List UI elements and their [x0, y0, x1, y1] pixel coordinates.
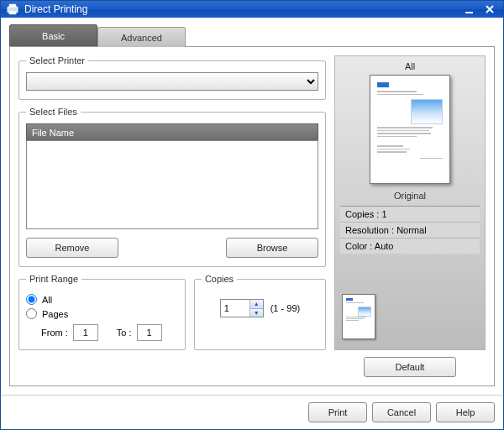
- copies-hint: (1 - 99): [270, 303, 300, 313]
- print-button[interactable]: Print: [308, 402, 367, 422]
- to-label: To :: [117, 328, 132, 338]
- select-printer-legend: Select Printer: [26, 55, 88, 66]
- help-button-label: Help: [456, 407, 475, 417]
- preview-title: All: [340, 61, 480, 71]
- cancel-button-label: Cancel: [387, 407, 416, 417]
- svg-rect-1: [9, 4, 16, 8]
- range-all-radio[interactable]: [26, 294, 37, 305]
- range-pages-label: Pages: [42, 309, 68, 319]
- group-select-printer: Select Printer: [18, 55, 326, 100]
- preview-resolution: Resolution : Normal: [340, 223, 480, 239]
- printer-dropdown[interactable]: [26, 72, 318, 91]
- tab-advanced[interactable]: Advanced: [97, 27, 186, 47]
- tab-body: Select Printer Select Files File Name Re…: [9, 46, 495, 386]
- select-files-legend: Select Files: [26, 107, 81, 117]
- to-input[interactable]: [137, 324, 162, 341]
- tab-advanced-label: Advanced: [121, 33, 162, 43]
- content: Basic Advanced Select Printer Select Fil…: [1, 18, 503, 395]
- copies-input[interactable]: [221, 300, 249, 317]
- svg-rect-2: [9, 11, 16, 14]
- dialog-button-bar: Print Cancel Help: [1, 395, 503, 429]
- group-copies: Copies ▲ ▼ (1 - 99): [194, 274, 326, 350]
- orientation-thumb: [342, 294, 375, 339]
- remove-button-label: Remove: [55, 243, 90, 253]
- browse-button-label: Browse: [257, 243, 288, 253]
- preview-meta: Copies : 1 Resolution : Normal Color : A…: [340, 206, 480, 254]
- help-button[interactable]: Help: [436, 402, 495, 422]
- copies-spin-down[interactable]: ▼: [250, 309, 263, 317]
- from-input[interactable]: [73, 324, 98, 341]
- range-pages-row[interactable]: Pages: [26, 308, 178, 319]
- files-column-header[interactable]: File Name: [26, 123, 318, 140]
- range-pages-radio[interactable]: [26, 308, 37, 319]
- preview-color: Color : Auto: [340, 239, 480, 254]
- copies-spin-up[interactable]: ▲: [250, 300, 263, 309]
- preview-caption: Original: [340, 191, 480, 201]
- from-label: From :: [41, 328, 68, 338]
- copies-legend: Copies: [202, 274, 237, 284]
- svg-rect-3: [465, 12, 473, 13]
- print-button-label: Print: [328, 407, 348, 417]
- window-title: Direct Printing: [24, 3, 458, 15]
- browse-button[interactable]: Browse: [226, 238, 318, 258]
- cancel-button[interactable]: Cancel: [372, 402, 431, 422]
- tab-basic[interactable]: Basic: [9, 24, 97, 46]
- range-all-label: All: [42, 295, 52, 305]
- preview-page-thumb: [370, 75, 450, 184]
- app-icon: [6, 3, 19, 16]
- remove-button[interactable]: Remove: [26, 238, 118, 258]
- group-print-range: Print Range All Pages From : To :: [18, 274, 186, 350]
- tabstrip: Basic Advanced: [9, 24, 495, 46]
- range-all-row[interactable]: All: [26, 294, 178, 305]
- titlebar: Direct Printing: [1, 1, 503, 18]
- copies-spinner[interactable]: ▲ ▼: [220, 299, 264, 317]
- files-list[interactable]: [26, 140, 318, 229]
- tab-basic-label: Basic: [42, 31, 65, 41]
- preview-copies: Copies : 1: [340, 207, 480, 223]
- minimize-button[interactable]: [461, 2, 478, 17]
- group-select-files: Select Files File Name Remove Browse: [18, 107, 326, 267]
- default-button-label: Default: [396, 362, 425, 372]
- print-range-legend: Print Range: [26, 274, 81, 284]
- window: Direct Printing Basic Advanced Select Pr…: [0, 0, 504, 430]
- files-col-filename: File Name: [32, 128, 74, 138]
- default-button[interactable]: Default: [364, 357, 456, 377]
- close-button[interactable]: [481, 2, 498, 17]
